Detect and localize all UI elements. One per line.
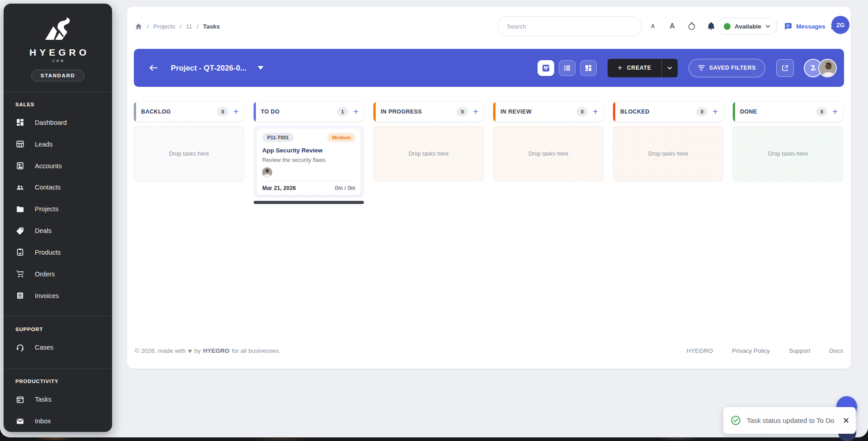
sidebar-item-contacts[interactable]: Contacts — [4, 176, 112, 198]
timer-icon[interactable] — [684, 18, 699, 35]
divider — [262, 181, 355, 181]
sidebar-item-cases[interactable]: Cases — [4, 337, 112, 358]
horizontal-scrollbar[interactable] — [254, 201, 364, 204]
column-header: IN PROGRESS 0 + — [373, 102, 484, 122]
sidebar-item-dashboard[interactable]: Dashboard — [4, 112, 112, 133]
sidebar-item-invoices[interactable]: Invoices — [4, 285, 112, 307]
sidebar-item-tasks[interactable]: Tasks — [4, 389, 112, 410]
saved-filters-button[interactable]: SAVED FILTERS — [689, 59, 765, 77]
saved-filters-label: SAVED FILTERS — [709, 65, 756, 71]
sidebar-item-label: Cases — [35, 344, 53, 351]
task-due-date: Mar 21, 2026 — [262, 185, 296, 191]
view-kanban-button[interactable] — [538, 60, 554, 76]
copyright-text: © 2026, made with — [135, 347, 186, 354]
sidebar-item-accounts[interactable]: Accounts — [4, 155, 112, 177]
column-body: P11-T001 Medium App Security Review Revi… — [254, 125, 364, 198]
sidebar-item-label: Leads — [35, 141, 53, 148]
footer-brand: HYEGRO — [203, 347, 230, 354]
create-dropdown-caret[interactable] — [661, 59, 678, 77]
toast-message: Task status updated to To Do — [747, 417, 834, 424]
breadcrumb-project-id[interactable]: 11 — [186, 23, 192, 30]
project-toolbar: Project - QT-2026-0... + CREATE — [134, 49, 844, 87]
column-header: BACKLOG 0 + — [134, 102, 244, 122]
font-decrease-button[interactable]: A — [645, 18, 660, 35]
create-label: CREATE — [627, 65, 651, 71]
create-button[interactable]: + CREATE — [608, 59, 661, 77]
breadcrumb-projects[interactable]: Projects — [153, 23, 175, 30]
footer-link-support[interactable]: Support — [789, 347, 810, 354]
column-title: BLOCKED — [620, 109, 650, 115]
deals-icon — [15, 226, 24, 235]
messages-button[interactable]: Messages — [784, 18, 826, 35]
footer: © 2026, made with ♥ by HYEGRO for all bu… — [135, 347, 843, 355]
column-title: IN PROGRESS — [381, 109, 422, 115]
task-title[interactable]: App Security Review — [262, 147, 355, 154]
sidebar-item-orders[interactable]: Orders — [4, 263, 112, 285]
add-task-button[interactable]: + — [233, 107, 239, 116]
footer-link-privacy[interactable]: Privacy Policy — [732, 347, 770, 354]
sidebar-item-label: Invoices — [35, 292, 59, 299]
footer-link-docs[interactable]: Docs — [829, 347, 843, 354]
drop-area[interactable]: Drop tasks here — [613, 126, 723, 181]
column-count-badge: 0 — [576, 107, 588, 116]
add-task-button[interactable]: + — [353, 107, 359, 116]
close-icon[interactable]: ✕ — [843, 416, 849, 426]
add-task-button[interactable]: + — [473, 107, 478, 116]
assignee-avatar[interactable] — [818, 59, 837, 77]
sidebar-item-label: Tasks — [35, 396, 52, 403]
footer-links: HYEGRO Privacy Policy Support Docs — [686, 347, 843, 354]
column-header: DONE 0 + — [733, 102, 843, 122]
breadcrumb: / Projects / 11 / Tasks — [135, 23, 220, 30]
tasks-icon — [15, 395, 24, 404]
back-arrow-icon[interactable] — [147, 62, 159, 74]
drop-area[interactable]: Drop tasks here — [733, 126, 843, 181]
project-title[interactable]: Project - QT-2026-0... — [171, 64, 247, 72]
sidebar-item-label: Inbox — [35, 417, 51, 425]
column-accent-bar — [613, 102, 615, 122]
success-check-icon — [731, 415, 741, 426]
drop-area[interactable]: Drop tasks here — [373, 126, 484, 181]
task-assignee-avatar[interactable] — [262, 167, 272, 177]
sidebar-item-label: Dashboard — [35, 119, 67, 126]
sidebar-item-inbox[interactable]: Inbox — [4, 410, 112, 432]
view-list-button[interactable] — [559, 60, 576, 76]
breadcrumb-separator: / — [197, 23, 198, 30]
products-icon — [15, 248, 24, 257]
invoices-icon — [15, 291, 24, 300]
drop-area[interactable]: Drop tasks here — [134, 126, 244, 181]
sidebar-item-projects[interactable]: Projects — [4, 198, 112, 220]
add-task-button[interactable]: + — [593, 107, 598, 116]
dashboard-icon — [15, 118, 24, 127]
font-increase-button[interactable]: A — [665, 18, 680, 35]
column-title: TO DO — [261, 109, 279, 115]
breadcrumb-separator: / — [180, 23, 182, 30]
top-header: / Projects / 11 / Tasks A A Available — [127, 7, 851, 46]
column-count-badge: 0 — [217, 107, 228, 116]
sidebar-item-products[interactable]: Products — [4, 242, 112, 263]
add-task-button[interactable]: + — [832, 107, 838, 116]
sidebar-item-leads[interactable]: Leads — [4, 133, 112, 155]
section-sales: SALES — [4, 92, 112, 112]
task-card[interactable]: P11-T001 Medium App Security Review Revi… — [256, 128, 361, 195]
project-dropdown-caret-icon[interactable] — [258, 66, 264, 70]
sidebar-item-label: Products — [35, 249, 61, 256]
copyright-text: by — [194, 347, 201, 354]
notifications-bell-icon[interactable] — [703, 18, 719, 35]
open-external-button[interactable] — [776, 59, 794, 77]
footer-link-hyegro[interactable]: HYEGRO — [686, 347, 713, 354]
add-task-button[interactable]: + — [712, 107, 718, 116]
column-accent-bar — [254, 102, 256, 122]
view-grid-button[interactable] — [580, 60, 597, 76]
drop-area[interactable]: Drop tasks here — [493, 126, 604, 181]
home-icon[interactable] — [135, 23, 142, 30]
column-in-review: IN REVIEW 0 + Drop tasks here — [493, 102, 604, 204]
sidebar-item-deals[interactable]: Deals — [4, 220, 112, 242]
task-description: Review the security flaws — [262, 157, 355, 163]
breadcrumb-current: Tasks — [203, 23, 220, 30]
elephant-logo-icon — [42, 17, 74, 44]
availability-dropdown[interactable]: Available — [717, 18, 777, 35]
brand-name: HYEGRO — [4, 47, 112, 58]
search-input[interactable] — [497, 16, 642, 36]
user-avatar[interactable]: ZG — [831, 16, 849, 34]
sidebar-item-label: Deals — [35, 227, 52, 234]
